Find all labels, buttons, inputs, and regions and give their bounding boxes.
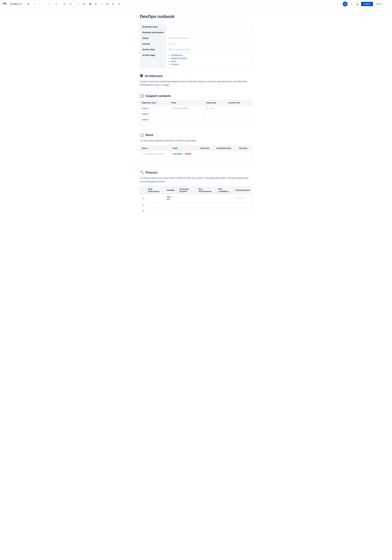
numbered-list-button[interactable]: ☷	[68, 1, 73, 6]
document-title[interactable]: DevOps runbook	[140, 14, 252, 19]
col-enabled: Enabled	[165, 186, 177, 194]
runs-link[interactable]: Runs	[171, 60, 176, 62]
lead-cell[interactable]	[205, 122, 226, 126]
publish-button[interactable]: Publish	[361, 2, 373, 6]
environments-cell[interactable]	[197, 194, 217, 202]
start-time-cell[interactable]	[198, 157, 214, 160]
task-button[interactable]: ✓	[76, 1, 81, 6]
lead-cell[interactable]	[205, 117, 226, 122]
lead-cell[interactable]: @ Lead	[205, 105, 226, 111]
list-item: Process	[171, 63, 250, 66]
row-value[interactable]: @ mention the owner	[166, 35, 252, 41]
conditions-cell[interactable]	[217, 194, 234, 202]
expertise-cell[interactable]: Level 3	[140, 117, 169, 122]
architecture-link[interactable]: Architecture	[171, 54, 183, 56]
expertise-cell[interactable]: Level 1	[140, 105, 169, 111]
name-cell[interactable]	[140, 160, 171, 163]
list-item: Support contacts	[171, 57, 250, 60]
step-instructions-cell[interactable]	[146, 194, 165, 202]
support-contacts-link[interactable]: Support contacts	[171, 57, 187, 60]
documentation-cell[interactable]: Add a link	[234, 194, 252, 202]
contact-cell[interactable]	[226, 122, 252, 126]
layout-button[interactable]: ⧠	[111, 1, 116, 6]
enabled-cell[interactable]	[165, 202, 177, 208]
step-instructions-cell[interactable]	[146, 202, 165, 208]
contact-cell[interactable]	[226, 117, 252, 122]
row-value[interactable]: e.g., 2.3	[166, 41, 252, 47]
more-format-button[interactable]: ···	[38, 1, 43, 6]
row-value[interactable]	[166, 24, 252, 30]
duration-cell[interactable]	[237, 160, 252, 163]
conditions-cell[interactable]	[217, 208, 234, 213]
support-contacts-table: Expertise level Team Team lead Contact i…	[140, 100, 252, 126]
architecture-section: 🏛 Architecture Provide a high-level arch…	[140, 74, 252, 87]
image-button[interactable]: 🖼	[88, 1, 92, 6]
lock-button[interactable]: 🔒	[355, 1, 360, 6]
italic-button[interactable]: I	[32, 1, 37, 6]
process-link[interactable]: Process	[171, 63, 179, 66]
separator	[60, 2, 60, 6]
expertise-cell[interactable]: Level 2	[140, 111, 169, 117]
execution-cell[interactable]	[178, 202, 197, 208]
team-cell[interactable]	[169, 122, 205, 126]
documentation-cell[interactable]	[234, 202, 252, 208]
environments-cell[interactable]	[197, 208, 217, 213]
duration-cell[interactable]	[237, 151, 252, 157]
document-content: DevOps runbook Runbook name Runbook desc…	[136, 8, 256, 233]
lead-cell[interactable]	[205, 111, 226, 117]
execution-cell[interactable]	[178, 208, 197, 213]
contact-cell[interactable]	[226, 111, 252, 117]
close-button[interactable]: Close	[374, 2, 383, 6]
col-state: State	[171, 146, 198, 151]
architecture-title[interactable]: Architecture	[145, 74, 163, 78]
completed-time-cell[interactable]	[214, 157, 237, 160]
table-row	[140, 157, 252, 160]
insert-more-button[interactable]: +▾	[117, 1, 122, 6]
table-button[interactable]: ⊞	[105, 1, 110, 6]
enabled-separator: /	[172, 196, 172, 198]
process-section: 🔧 Process List the procedures your team …	[140, 170, 252, 214]
table-header-row: Name State Start time Completed time Dur…	[140, 146, 252, 151]
name-cell[interactable]: e.g., Database backup	[140, 151, 171, 157]
state-cell[interactable]: SUCCESS / ERROR	[171, 151, 198, 157]
expertise-cell[interactable]	[140, 122, 169, 126]
align-button[interactable]: ≡	[46, 1, 51, 6]
start-time-cell[interactable]	[198, 160, 214, 163]
row-value[interactable]	[166, 30, 252, 35]
team-cell[interactable]: @ Team members	[169, 105, 205, 111]
step-instructions-cell[interactable]	[146, 208, 165, 213]
start-time-cell[interactable]	[198, 151, 214, 157]
color-button[interactable]: A	[54, 1, 59, 6]
process-title[interactable]: Process	[146, 171, 157, 174]
row-value[interactable]: Type // to add the date	[166, 47, 252, 52]
runs-title[interactable]: Runs	[146, 133, 153, 137]
name-cell[interactable]	[140, 157, 171, 160]
enabled-cell[interactable]	[165, 208, 177, 213]
support-contacts-title[interactable]: Support contacts	[146, 94, 171, 98]
add-collaborator-button[interactable]: +	[349, 1, 354, 6]
runs-heading: 📋 Runs	[140, 133, 252, 137]
duration-cell[interactable]	[237, 157, 252, 160]
bullet-list-button[interactable]: ☰	[62, 1, 67, 6]
support-contacts-heading: 💬 Support contacts	[140, 94, 252, 98]
state-cell[interactable]	[171, 160, 198, 163]
documentation-cell[interactable]	[234, 208, 252, 213]
enabled-cell[interactable]: YES / NO	[165, 194, 177, 202]
team-cell[interactable]	[169, 111, 205, 117]
emoji-button[interactable]: ☺	[99, 1, 104, 6]
completed-time-cell[interactable]	[214, 151, 237, 157]
execution-cell[interactable]	[178, 194, 197, 202]
link-button[interactable]: 🔗	[82, 1, 87, 6]
conditions-cell[interactable]	[217, 202, 234, 208]
more-options-button[interactable]: ···	[385, 1, 390, 6]
avatar: CK	[343, 1, 348, 6]
separator	[52, 2, 52, 6]
team-cell[interactable]	[169, 117, 205, 122]
completed-time-cell[interactable]	[214, 160, 237, 163]
state-cell[interactable]	[171, 157, 198, 160]
mention-button[interactable]: @	[93, 1, 98, 6]
environments-cell[interactable]	[197, 202, 217, 208]
heading-selector[interactable]: Heading 2 ▾	[9, 2, 23, 6]
contact-cell[interactable]	[226, 105, 252, 111]
bold-button[interactable]: B	[26, 1, 31, 6]
